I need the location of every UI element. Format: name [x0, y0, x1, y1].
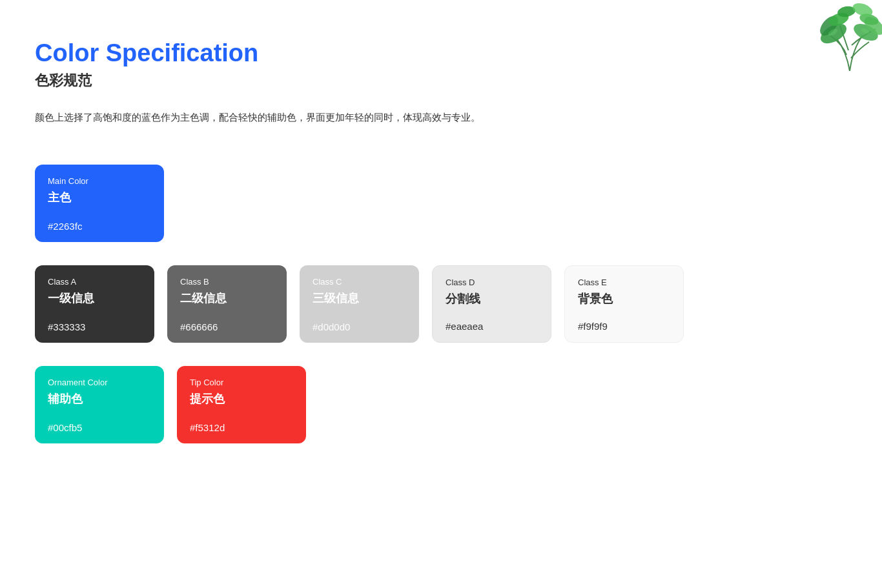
class-b-zh: 二级信息: [180, 290, 274, 306]
class-c-card: Class C 三级信息 #d0d0d0: [300, 265, 419, 343]
tip-color-card: Tip Color 提示色 #f5312d: [177, 366, 306, 443]
class-b-card: Class B 二级信息 #666666: [167, 265, 287, 343]
class-b-label: Class B: [180, 277, 274, 287]
main-color-section: Main Color 主色 #2263fc: [35, 165, 847, 242]
class-a-hex: #333333: [48, 321, 141, 332]
tip-hex: #f5312d: [190, 422, 293, 433]
class-a-zh: 一级信息: [48, 290, 141, 306]
class-a-label: Class A: [48, 277, 141, 287]
tip-zh: 提示色: [190, 391, 293, 407]
class-e-label: Class E: [578, 278, 670, 287]
class-c-label: Class C: [313, 277, 406, 287]
main-color-card: Main Color 主色 #2263fc: [35, 165, 164, 242]
page-description: 颜色上选择了高饱和度的蓝色作为主色调，配合轻快的辅助色，界面更加年轻的同时，体现…: [35, 108, 847, 126]
ornament-zh: 辅助色: [48, 391, 151, 407]
class-a-card: Class A 一级信息 #333333: [35, 265, 154, 343]
main-color-zh: 主色: [48, 190, 151, 205]
ornament-hex: #00cfb5: [48, 422, 151, 433]
class-e-card: Class E 背景色 #f9f9f9: [564, 265, 684, 343]
ornament-card: Ornament Color 辅助色 #00cfb5: [35, 366, 164, 443]
plant-decoration: [733, 0, 882, 71]
main-color-label: Main Color: [48, 176, 151, 186]
tip-label: Tip Color: [190, 378, 293, 387]
main-color-hex: #2263fc: [48, 221, 151, 232]
class-c-zh: 三级信息: [313, 290, 406, 306]
class-color-section: Class A 一级信息 #333333 Class B 二级信息 #66666…: [35, 265, 847, 343]
class-c-hex: #d0d0d0: [313, 321, 406, 332]
class-d-hex: #eaeaea: [446, 321, 538, 332]
class-d-card: Class D 分割线 #eaeaea: [432, 265, 551, 343]
ornament-label: Ornament Color: [48, 378, 151, 387]
page-title-en: Color Specification: [35, 39, 847, 68]
class-d-zh: 分割线: [446, 291, 538, 307]
class-b-hex: #666666: [180, 321, 274, 332]
page-title-zh: 色彩规范: [35, 71, 847, 90]
ornament-color-section: Ornament Color 辅助色 #00cfb5 Tip Color 提示色…: [35, 366, 847, 443]
page-container: Color Specification 色彩规范 颜色上选择了高饱和度的蓝色作为…: [0, 0, 882, 508]
class-e-hex: #f9f9f9: [578, 321, 670, 332]
class-e-zh: 背景色: [578, 291, 670, 307]
class-d-label: Class D: [446, 278, 538, 287]
